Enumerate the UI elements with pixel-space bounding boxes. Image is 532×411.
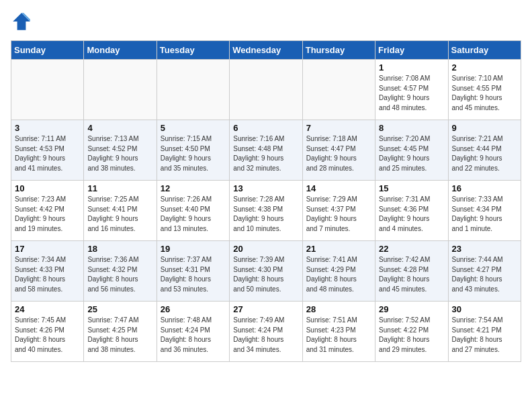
day-number: 27 bbox=[233, 304, 298, 314]
calendar-cell: 26Sunrise: 7:48 AM Sunset: 4:24 PM Dayli… bbox=[157, 302, 229, 362]
day-info: Sunrise: 7:28 AM Sunset: 4:38 PM Dayligh… bbox=[233, 195, 298, 234]
day-number: 20 bbox=[233, 244, 298, 254]
day-info: Sunrise: 7:54 AM Sunset: 4:21 PM Dayligh… bbox=[452, 316, 517, 355]
calendar-cell: 5Sunrise: 7:15 AM Sunset: 4:50 PM Daylig… bbox=[157, 120, 229, 181]
calendar-cell: 15Sunrise: 7:31 AM Sunset: 4:36 PM Dayli… bbox=[375, 181, 448, 241]
day-info: Sunrise: 7:16 AM Sunset: 4:48 PM Dayligh… bbox=[233, 134, 298, 173]
calendar-cell: 24Sunrise: 7:45 AM Sunset: 4:26 PM Dayli… bbox=[11, 302, 84, 362]
day-number: 7 bbox=[306, 123, 371, 133]
calendar-week-row: 17Sunrise: 7:34 AM Sunset: 4:33 PM Dayli… bbox=[11, 241, 521, 302]
svg-marker-0 bbox=[13, 13, 30, 30]
calendar-week-row: 3Sunrise: 7:11 AM Sunset: 4:53 PM Daylig… bbox=[11, 120, 521, 181]
calendar-cell: 4Sunrise: 7:13 AM Sunset: 4:52 PM Daylig… bbox=[84, 120, 157, 181]
weekday-header: Tuesday bbox=[157, 41, 229, 60]
calendar-table: SundayMondayTuesdayWednesdayThursdayFrid… bbox=[11, 40, 521, 362]
calendar-cell: 16Sunrise: 7:33 AM Sunset: 4:34 PM Dayli… bbox=[448, 181, 521, 241]
calendar-cell: 17Sunrise: 7:34 AM Sunset: 4:33 PM Dayli… bbox=[11, 241, 84, 302]
calendar-cell: 18Sunrise: 7:36 AM Sunset: 4:32 PM Dayli… bbox=[84, 241, 157, 302]
day-info: Sunrise: 7:26 AM Sunset: 4:40 PM Dayligh… bbox=[161, 195, 226, 234]
day-number: 6 bbox=[233, 123, 298, 133]
calendar-cell: 11Sunrise: 7:25 AM Sunset: 4:41 PM Dayli… bbox=[84, 181, 157, 241]
day-number: 21 bbox=[306, 244, 371, 254]
weekday-header: Sunday bbox=[11, 41, 84, 60]
calendar-cell bbox=[11, 60, 84, 120]
day-number: 18 bbox=[87, 244, 152, 254]
calendar-cell: 23Sunrise: 7:44 AM Sunset: 4:27 PM Dayli… bbox=[448, 241, 521, 302]
page-header bbox=[11, 11, 521, 32]
weekday-header: Saturday bbox=[448, 41, 521, 60]
day-info: Sunrise: 7:36 AM Sunset: 4:32 PM Dayligh… bbox=[87, 255, 152, 294]
calendar-cell: 8Sunrise: 7:20 AM Sunset: 4:45 PM Daylig… bbox=[375, 120, 448, 181]
day-info: Sunrise: 7:11 AM Sunset: 4:53 PM Dayligh… bbox=[15, 134, 80, 173]
day-number: 11 bbox=[87, 183, 152, 193]
day-info: Sunrise: 7:29 AM Sunset: 4:37 PM Dayligh… bbox=[306, 195, 371, 234]
weekday-header: Wednesday bbox=[230, 41, 302, 60]
day-info: Sunrise: 7:13 AM Sunset: 4:52 PM Dayligh… bbox=[87, 134, 152, 173]
calendar-cell: 30Sunrise: 7:54 AM Sunset: 4:21 PM Dayli… bbox=[448, 302, 521, 362]
calendar-cell: 3Sunrise: 7:11 AM Sunset: 4:53 PM Daylig… bbox=[11, 120, 84, 181]
calendar-cell: 9Sunrise: 7:21 AM Sunset: 4:44 PM Daylig… bbox=[448, 120, 521, 181]
calendar-cell: 14Sunrise: 7:29 AM Sunset: 4:37 PM Dayli… bbox=[302, 181, 375, 241]
day-info: Sunrise: 7:25 AM Sunset: 4:41 PM Dayligh… bbox=[87, 195, 152, 234]
day-info: Sunrise: 7:20 AM Sunset: 4:45 PM Dayligh… bbox=[379, 134, 444, 173]
calendar-week-row: 10Sunrise: 7:23 AM Sunset: 4:42 PM Dayli… bbox=[11, 181, 521, 241]
calendar-cell bbox=[230, 60, 302, 120]
calendar-cell: 29Sunrise: 7:52 AM Sunset: 4:22 PM Dayli… bbox=[375, 302, 448, 362]
day-info: Sunrise: 7:49 AM Sunset: 4:24 PM Dayligh… bbox=[233, 316, 298, 355]
day-info: Sunrise: 7:39 AM Sunset: 4:30 PM Dayligh… bbox=[233, 255, 298, 294]
weekday-header: Thursday bbox=[302, 41, 375, 60]
day-number: 26 bbox=[161, 304, 226, 314]
day-number: 10 bbox=[15, 183, 80, 193]
day-number: 23 bbox=[452, 244, 517, 254]
day-info: Sunrise: 7:33 AM Sunset: 4:34 PM Dayligh… bbox=[452, 195, 517, 234]
day-number: 24 bbox=[15, 304, 80, 314]
calendar-cell bbox=[157, 60, 229, 120]
weekday-header: Friday bbox=[375, 41, 448, 60]
day-number: 2 bbox=[452, 62, 517, 73]
day-number: 5 bbox=[161, 123, 226, 133]
calendar-week-row: 24Sunrise: 7:45 AM Sunset: 4:26 PM Dayli… bbox=[11, 302, 521, 362]
day-number: 22 bbox=[379, 244, 444, 254]
day-info: Sunrise: 7:42 AM Sunset: 4:28 PM Dayligh… bbox=[379, 255, 444, 294]
calendar-cell: 25Sunrise: 7:47 AM Sunset: 4:25 PM Dayli… bbox=[84, 302, 157, 362]
day-info: Sunrise: 7:41 AM Sunset: 4:29 PM Dayligh… bbox=[306, 255, 371, 294]
day-info: Sunrise: 7:52 AM Sunset: 4:22 PM Dayligh… bbox=[379, 316, 444, 355]
day-number: 30 bbox=[452, 304, 517, 314]
day-number: 4 bbox=[87, 123, 152, 133]
calendar-cell: 7Sunrise: 7:18 AM Sunset: 4:47 PM Daylig… bbox=[302, 120, 375, 181]
logo bbox=[11, 11, 35, 32]
day-info: Sunrise: 7:48 AM Sunset: 4:24 PM Dayligh… bbox=[161, 316, 226, 355]
calendar-cell: 12Sunrise: 7:26 AM Sunset: 4:40 PM Dayli… bbox=[157, 181, 229, 241]
calendar-cell: 6Sunrise: 7:16 AM Sunset: 4:48 PM Daylig… bbox=[230, 120, 302, 181]
day-number: 3 bbox=[15, 123, 80, 133]
day-info: Sunrise: 7:10 AM Sunset: 4:55 PM Dayligh… bbox=[452, 74, 517, 113]
day-number: 17 bbox=[15, 244, 80, 254]
calendar-cell bbox=[84, 60, 157, 120]
calendar-cell: 22Sunrise: 7:42 AM Sunset: 4:28 PM Dayli… bbox=[375, 241, 448, 302]
day-number: 16 bbox=[452, 183, 517, 193]
day-info: Sunrise: 7:08 AM Sunset: 4:57 PM Dayligh… bbox=[379, 74, 444, 113]
day-number: 15 bbox=[379, 183, 444, 193]
day-info: Sunrise: 7:21 AM Sunset: 4:44 PM Dayligh… bbox=[452, 134, 517, 173]
calendar-cell: 28Sunrise: 7:51 AM Sunset: 4:23 PM Dayli… bbox=[302, 302, 375, 362]
day-number: 25 bbox=[87, 304, 152, 314]
day-number: 9 bbox=[452, 123, 517, 133]
weekday-header: Monday bbox=[84, 41, 157, 60]
day-info: Sunrise: 7:51 AM Sunset: 4:23 PM Dayligh… bbox=[306, 316, 371, 355]
logo-icon bbox=[11, 11, 32, 32]
calendar-week-row: 1Sunrise: 7:08 AM Sunset: 4:57 PM Daylig… bbox=[11, 60, 521, 120]
calendar-header-row: SundayMondayTuesdayWednesdayThursdayFrid… bbox=[11, 41, 521, 60]
calendar-cell: 10Sunrise: 7:23 AM Sunset: 4:42 PM Dayli… bbox=[11, 181, 84, 241]
day-info: Sunrise: 7:34 AM Sunset: 4:33 PM Dayligh… bbox=[15, 255, 80, 294]
day-info: Sunrise: 7:44 AM Sunset: 4:27 PM Dayligh… bbox=[452, 255, 517, 294]
day-number: 1 bbox=[379, 62, 444, 73]
day-info: Sunrise: 7:31 AM Sunset: 4:36 PM Dayligh… bbox=[379, 195, 444, 234]
day-info: Sunrise: 7:18 AM Sunset: 4:47 PM Dayligh… bbox=[306, 134, 371, 173]
day-info: Sunrise: 7:23 AM Sunset: 4:42 PM Dayligh… bbox=[15, 195, 80, 234]
day-info: Sunrise: 7:45 AM Sunset: 4:26 PM Dayligh… bbox=[15, 316, 80, 355]
day-number: 19 bbox=[161, 244, 226, 254]
calendar-cell: 20Sunrise: 7:39 AM Sunset: 4:30 PM Dayli… bbox=[230, 241, 302, 302]
calendar-cell: 21Sunrise: 7:41 AM Sunset: 4:29 PM Dayli… bbox=[302, 241, 375, 302]
calendar-cell: 27Sunrise: 7:49 AM Sunset: 4:24 PM Dayli… bbox=[230, 302, 302, 362]
day-number: 28 bbox=[306, 304, 371, 314]
